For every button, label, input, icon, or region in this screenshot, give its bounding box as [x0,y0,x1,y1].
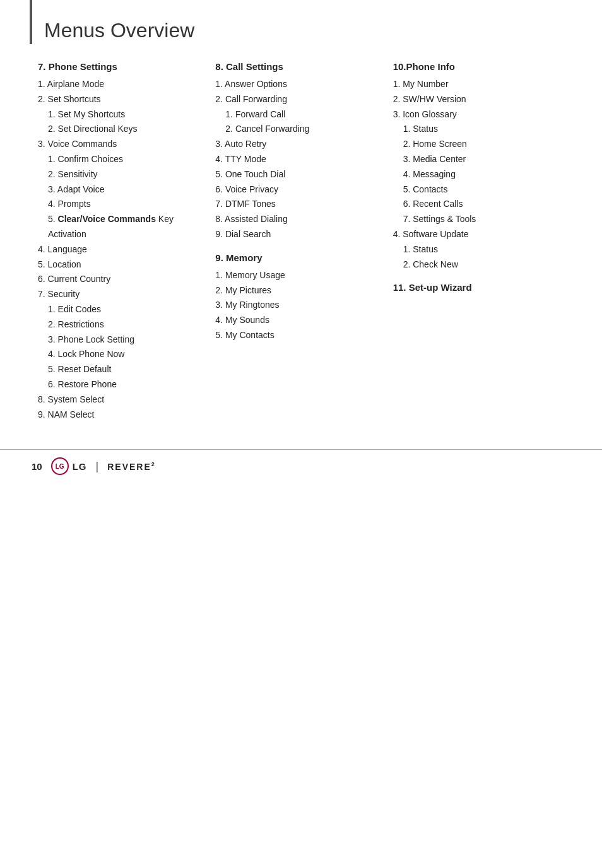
section-phone-info-title: 10.Phone Info [393,61,564,72]
list-item: 2. Sensitivity [38,167,209,182]
list-item: 5. One Touch Dial [215,167,386,182]
footer-page-number: 10 [32,461,42,472]
col-phone-settings: 7. Phone Settings 1. Airplane Mode 2. Se… [38,61,215,432]
list-item: 1. Answer Options [215,77,386,92]
list-item: 7. Security [38,287,209,302]
list-item: 1. Set My Shortcuts [38,107,209,122]
list-item: 6. Restore Phone [38,377,209,392]
list-item: 1. Status [393,122,564,137]
list-item: 5. Contacts [393,182,564,197]
list-item: 2. Cancel Forwarding [215,122,386,137]
list-item: 4. Language [38,242,209,257]
list-item: 4. My Sounds [215,313,386,328]
list-item: 5. Location [38,257,209,273]
list-item: 1. Edit Codes [38,302,209,317]
list-item: 3. Voice Commands [38,137,209,152]
list-item: 1. Confirm Choices [38,152,209,167]
bold-text: Clear/Voice Commands [58,214,156,224]
list-item: 6. Voice Privacy [215,182,386,197]
section-setup-wizard-title: 11. Set-up Wizard [393,282,564,293]
phone-settings-list: 1. Airplane Mode 2. Set Shortcuts 1. Set… [38,77,209,422]
list-item: 3. Icon Glossary [393,107,564,122]
footer-logo: LG LG [51,457,87,475]
call-settings-list: 1. Answer Options 2. Call Forwarding 1. … [215,77,386,242]
page-container: Menus Overview 7. Phone Settings 1. Airp… [0,0,602,483]
list-item: 4. Software Update [393,227,564,242]
col-call-settings: 8. Call Settings 1. Answer Options 2. Ca… [215,61,392,353]
list-item: 3. Phone Lock Setting [38,332,209,348]
list-item: 2. My Pictures [215,283,386,298]
list-item: 7. DTMF Tones [215,197,386,212]
footer-divider: | [96,460,99,473]
section-call-settings-title: 8. Call Settings [215,61,386,72]
list-item: 1. Memory Usage [215,268,386,283]
list-item: 9. NAM Select [38,408,209,423]
list-item: 3. Media Center [393,152,564,167]
list-item: 1. My Number [393,77,564,92]
page-footer: 10 LG LG | REVERE2 [0,449,602,483]
list-item: 3. Auto Retry [215,137,386,152]
content-columns: 7. Phone Settings 1. Airplane Mode 2. Se… [38,61,570,432]
lg-logo-icon: LG [51,457,69,475]
list-item: 2. Restrictions [38,317,209,332]
left-accent-bar [30,0,32,44]
footer-model-sup: 2 [151,461,156,467]
footer-brand-name: LG [73,461,87,472]
list-item: 8. System Select [38,392,209,408]
list-item: 1. Status [393,242,564,257]
section-memory-title: 9. Memory [215,252,386,263]
list-item: 7. Settings & Tools [393,212,564,227]
list-item: 4. Prompts [38,197,209,212]
col-phone-info: 10.Phone Info 1. My Number 2. SW/HW Vers… [393,61,570,298]
list-item: 2. Set Directional Keys [38,122,209,137]
list-item: 6. Recent Calls [393,197,564,212]
list-item: 3. Adapt Voice [38,182,209,197]
list-item: 4. Lock Phone Now [38,347,209,362]
list-item: 5. Clear/Voice Commands Key Activation [38,212,209,242]
list-item: 1. Forward Call [215,107,386,122]
list-item: 1. Airplane Mode [38,77,209,92]
list-item: 5. My Contacts [215,328,386,343]
list-item: 2. Call Forwarding [215,92,386,107]
memory-list: 1. Memory Usage 2. My Pictures 3. My Rin… [215,268,386,343]
list-item: 2. Home Screen [393,137,564,152]
list-item: 4. Messaging [393,167,564,182]
page-title: Menus Overview [38,19,570,42]
section-phone-settings-title: 7. Phone Settings [38,61,209,72]
list-item: 4. TTY Mode [215,152,386,167]
list-item: 2. Check New [393,257,564,273]
list-item: 8. Assisted Dialing [215,212,386,227]
list-item: 5. Reset Default [38,362,209,377]
list-item: 9. Dial Search [215,227,386,242]
list-item: 2. SW/HW Version [393,92,564,107]
list-item: 6. Current Country [38,272,209,287]
list-item: 2. Set Shortcuts [38,92,209,107]
phone-info-list: 1. My Number 2. SW/HW Version 3. Icon Gl… [393,77,564,272]
footer-model-name: REVERE2 [107,461,156,472]
list-item: 3. My Ringtones [215,298,386,313]
